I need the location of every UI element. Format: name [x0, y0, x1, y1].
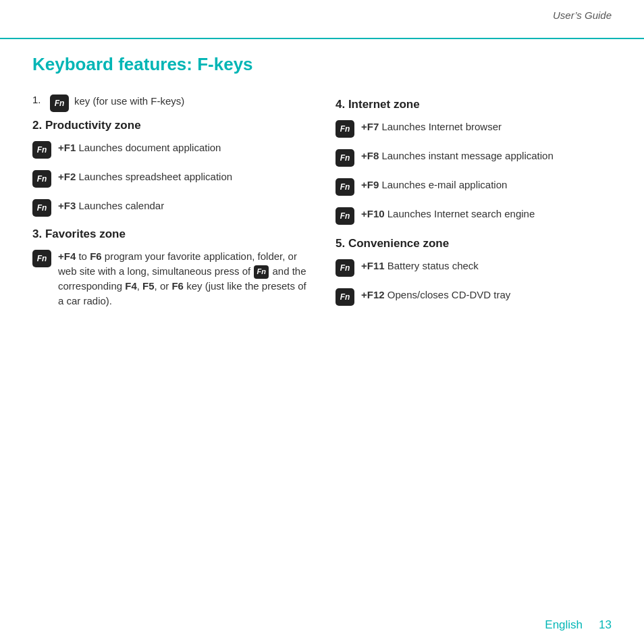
item-f8-text: +F8 Launches instant message application: [361, 149, 554, 163]
col-left: 1. Fn key (for use with F-keys) 2. Produ…: [32, 94, 308, 319]
section-2-heading: 2. Productivity zone: [32, 119, 308, 132]
item-f8-row: Fn +F8 Launches instant message applicat…: [336, 149, 612, 167]
fn-badge-f4: Fn: [32, 250, 51, 267]
fn-badge-f2: Fn: [32, 170, 51, 188]
fn-badge-f9: Fn: [336, 178, 354, 196]
item-1-row: 1. Fn key (for use with F-keys): [32, 94, 308, 112]
content: Keyboard features: F-keys 1. Fn key (for…: [32, 47, 612, 603]
key-f5-label: F5: [142, 280, 155, 292]
item-f12-row: Fn +F12 Opens/closes CD-DVD tray: [336, 288, 612, 306]
fn-badge-f11: Fn: [336, 259, 354, 277]
key-f8-label: +F8: [361, 150, 379, 161]
fn-badge-f12: Fn: [336, 288, 354, 306]
fn-badge-f3: Fn: [32, 199, 51, 217]
fn-badge-f1: Fn: [32, 141, 51, 159]
key-f2-label: +F2: [58, 171, 76, 182]
item-1-number: 1.: [32, 94, 45, 105]
footer-language: English: [545, 618, 583, 632]
section-5-heading: 5. Convenience zone: [336, 237, 612, 250]
item-1-text: key (for use with F-keys): [74, 94, 184, 109]
item-f4-row: Fn +F4 to F6 program your favorite appli…: [32, 249, 308, 308]
section-3-heading: 3. Favorites zone: [32, 227, 308, 241]
fn-badge-f7: Fn: [336, 120, 354, 138]
item-f1-text: +F1 Launches document application: [58, 140, 221, 155]
header-title: User’s Guide: [553, 9, 612, 21]
key-f4b-label: F4: [125, 280, 137, 292]
key-f6-label: F6: [90, 250, 102, 262]
item-f1-row: Fn +F1 Launches document application: [32, 140, 308, 159]
item-f7-row: Fn +F7 Launches Internet browser: [336, 119, 612, 138]
footer-page-number: 13: [599, 618, 612, 632]
page-title: Keyboard features: F-keys: [32, 54, 612, 75]
item-f4-text: +F4 to F6 program your favorite applicat…: [58, 249, 308, 308]
col-right: 4. Internet zone Fn +F7 Launches Interne…: [336, 94, 612, 319]
columns: 1. Fn key (for use with F-keys) 2. Produ…: [32, 94, 612, 319]
item-f9-text: +F9 Launches e-mail application: [361, 178, 507, 192]
key-f4-label: +F4: [58, 250, 76, 262]
item-f11-text: +F11 Battery status check: [361, 259, 479, 273]
footer: English 13: [32, 618, 612, 632]
page: User’s Guide Keyboard features: F-keys 1…: [0, 0, 644, 644]
item-f7-text: +F7 Launches Internet browser: [361, 119, 502, 134]
key-f6b-label: F6: [171, 280, 184, 292]
key-f1-label: +F1: [58, 142, 76, 153]
key-f10-label: +F10: [361, 208, 385, 219]
item-f10-text: +F10 Launches Internet search engine: [361, 207, 535, 221]
key-f7-label: +F7: [361, 121, 379, 132]
key-f12-label: +F12: [361, 289, 385, 300]
item-f10-row: Fn +F10 Launches Internet search engine: [336, 207, 612, 225]
item-f11-row: Fn +F11 Battery status check: [336, 259, 612, 277]
item-f9-row: Fn +F9 Launches e-mail application: [336, 178, 612, 196]
key-f11-label: +F11: [361, 260, 385, 271]
item-f3-row: Fn +F3 Launches calendar: [32, 198, 308, 217]
fn-badge-main: Fn: [50, 95, 69, 112]
fn-badge-f8: Fn: [336, 149, 354, 167]
key-f3-label: +F3: [58, 200, 76, 211]
item-f12-text: +F12 Opens/closes CD-DVD tray: [361, 288, 510, 302]
key-f9-label: +F9: [361, 179, 379, 190]
fn-badge-f10: Fn: [336, 207, 354, 225]
item-f3-text: +F3 Launches calendar: [58, 198, 164, 213]
header: User’s Guide: [0, 0, 644, 39]
fn-badge-inline: Fn: [254, 265, 269, 279]
item-f2-text: +F2 Launches spreadsheet application: [58, 169, 232, 184]
section-4-heading: 4. Internet zone: [336, 98, 612, 111]
item-f2-row: Fn +F2 Launches spreadsheet application: [32, 169, 308, 188]
